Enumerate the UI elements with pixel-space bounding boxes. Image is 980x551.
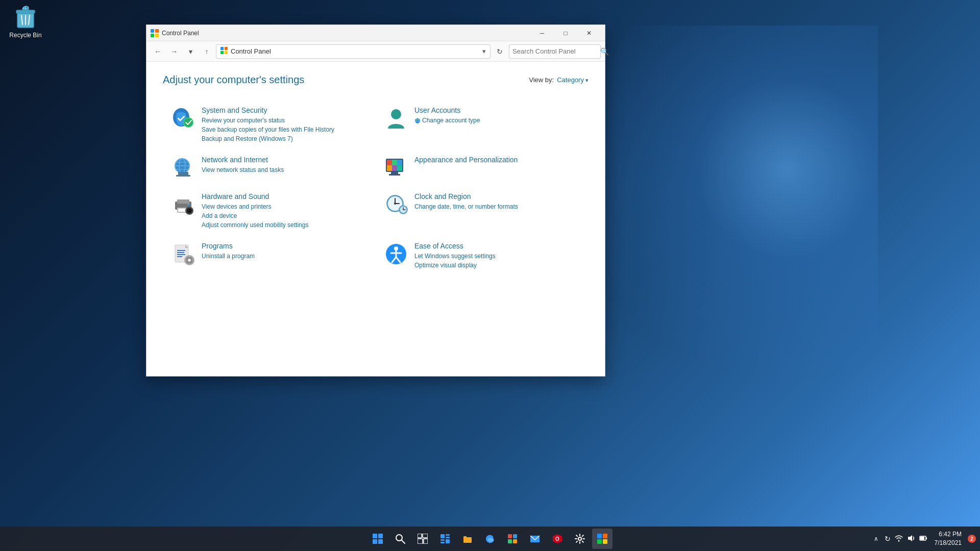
user-accounts-text: User Accounts Change account type — [414, 106, 580, 125]
battery-icon[interactable] — [918, 533, 928, 545]
svg-rect-91 — [508, 534, 512, 538]
category-system-security[interactable]: System and Security Review your computer… — [163, 100, 376, 149]
svg-point-79 — [396, 535, 402, 541]
recent-locations-button[interactable]: ▾ — [183, 44, 198, 59]
system-security-title[interactable]: System and Security — [202, 106, 368, 114]
address-text: Control Panel — [231, 47, 479, 55]
svg-point-64 — [188, 259, 191, 262]
file-explorer-button[interactable] — [457, 529, 478, 549]
svg-rect-94 — [513, 539, 517, 543]
system-security-link-2[interactable]: Save backup copies of your files with Fi… — [202, 125, 368, 134]
svg-rect-78 — [378, 539, 383, 544]
close-button[interactable]: ✕ — [577, 25, 601, 41]
category-network-internet[interactable]: Network and Internet View network status… — [163, 149, 376, 186]
address-icon — [220, 47, 228, 56]
task-view-button[interactable] — [412, 529, 433, 549]
user-accounts-icon — [384, 106, 408, 131]
clock-date: 7/18/2021 — [935, 539, 962, 547]
svg-text:O: O — [555, 536, 559, 542]
category-appearance[interactable]: Appearance and Personalization — [376, 149, 589, 186]
svg-rect-67 — [185, 260, 187, 261]
recycle-bin-svg — [13, 5, 38, 30]
network-internet-title[interactable]: Network and Internet — [202, 156, 368, 164]
svg-rect-33 — [387, 165, 392, 171]
svg-rect-31 — [392, 160, 397, 165]
mail-button[interactable] — [525, 529, 545, 549]
network-internet-link-1[interactable]: View network status and tasks — [202, 165, 368, 174]
appearance-title[interactable]: Appearance and Personalization — [414, 156, 580, 164]
svg-rect-76 — [378, 534, 383, 538]
search-box[interactable]: 🔍 — [509, 44, 601, 59]
tray-expand-button[interactable]: ∧ — [872, 533, 880, 544]
svg-point-45 — [187, 209, 191, 213]
svg-rect-9 — [225, 47, 228, 50]
minimize-button[interactable]: ─ — [530, 25, 554, 41]
search-input[interactable] — [512, 47, 598, 55]
sync-icon[interactable]: ↻ — [884, 534, 892, 544]
back-button[interactable]: ← — [151, 44, 165, 59]
svg-rect-59 — [177, 252, 184, 253]
svg-rect-90 — [446, 539, 450, 543]
svg-rect-32 — [397, 160, 402, 165]
notification-badge[interactable]: 2 — [968, 535, 976, 543]
clock-region-link-1[interactable]: Change date, time, or number formats — [414, 202, 580, 211]
hardware-sound-link-1[interactable]: View devices and printers — [202, 202, 368, 211]
title-bar-icon — [151, 29, 159, 37]
system-security-link-1[interactable]: Review your computer's status — [202, 116, 368, 125]
svg-marker-102 — [908, 535, 912, 541]
clock[interactable]: 6:42 PM 7/18/2021 — [932, 529, 965, 548]
title-bar-left: Control Panel — [151, 29, 199, 37]
category-ease-of-access[interactable]: Ease of Access Let Windows suggest setti… — [376, 236, 589, 276]
svg-rect-101 — [603, 539, 607, 544]
address-dropdown-button[interactable]: ▾ — [482, 47, 486, 55]
svg-rect-4 — [151, 29, 154, 33]
category-user-accounts[interactable]: User Accounts Change account type — [376, 100, 589, 149]
user-accounts-title[interactable]: User Accounts — [414, 106, 580, 114]
forward-button[interactable]: → — [167, 44, 181, 59]
title-bar: Control Panel ─ □ ✕ — [146, 25, 605, 41]
category-hardware-sound[interactable]: Hardware and Sound View devices and prin… — [163, 186, 376, 236]
view-by-dropdown[interactable]: Category — [557, 76, 589, 84]
office-button[interactable]: O — [547, 529, 568, 549]
store-button[interactable] — [502, 529, 523, 549]
ease-of-access-title[interactable]: Ease of Access — [414, 242, 580, 250]
ease-of-access-link-2[interactable]: Optimize visual display — [414, 261, 580, 270]
page-title: Adjust your computer's settings — [163, 74, 304, 86]
clock-region-icon — [384, 192, 408, 217]
edge-button[interactable] — [480, 529, 500, 549]
address-field[interactable]: Control Panel ▾ — [216, 44, 491, 59]
ease-of-access-link-1[interactable]: Let Windows suggest settings — [414, 252, 580, 261]
programs-title[interactable]: Programs — [202, 242, 368, 250]
recycle-bin-icon[interactable]: Recycle Bin — [5, 5, 46, 39]
refresh-button[interactable]: ↻ — [493, 44, 507, 59]
hardware-sound-title[interactable]: Hardware and Sound — [202, 192, 368, 201]
programs-link-1[interactable]: Uninstall a program — [202, 252, 368, 261]
category-programs[interactable]: Programs Uninstall a program — [163, 236, 376, 276]
svg-rect-86 — [446, 534, 450, 536]
user-accounts-link-1[interactable]: Change account type — [414, 116, 580, 125]
svg-rect-10 — [220, 51, 224, 54]
svg-rect-65 — [189, 256, 190, 258]
hardware-sound-link-3[interactable]: Adjust commonly used mobility settings — [202, 220, 368, 230]
start-button[interactable] — [368, 529, 388, 549]
svg-rect-104 — [926, 537, 927, 539]
settings-button[interactable] — [570, 529, 590, 549]
up-button[interactable]: ↑ — [200, 44, 214, 59]
system-security-link-3[interactable]: Backup and Restore (Windows 7) — [202, 134, 368, 143]
hardware-sound-link-2[interactable]: Add a device — [202, 211, 368, 220]
svg-rect-88 — [440, 539, 445, 541]
svg-rect-37 — [389, 174, 400, 176]
programs-icon — [171, 242, 195, 266]
volume-icon[interactable] — [906, 533, 916, 545]
search-icon[interactable]: 🔍 — [600, 47, 609, 56]
maximize-button[interactable]: □ — [554, 25, 577, 41]
desktop: Recycle Bin Control Panel ─ □ ✕ — [0, 0, 980, 551]
control-panel-taskbar-button[interactable] — [592, 529, 612, 549]
taskbar-search-button[interactable] — [390, 529, 410, 549]
category-clock-region[interactable]: Clock and Region Change date, time, or n… — [376, 186, 589, 236]
widgets-button[interactable] — [435, 529, 455, 549]
svg-rect-75 — [373, 534, 377, 538]
network-internet-icon — [171, 156, 195, 180]
wifi-icon[interactable] — [894, 533, 904, 545]
clock-region-title[interactable]: Clock and Region — [414, 192, 580, 201]
